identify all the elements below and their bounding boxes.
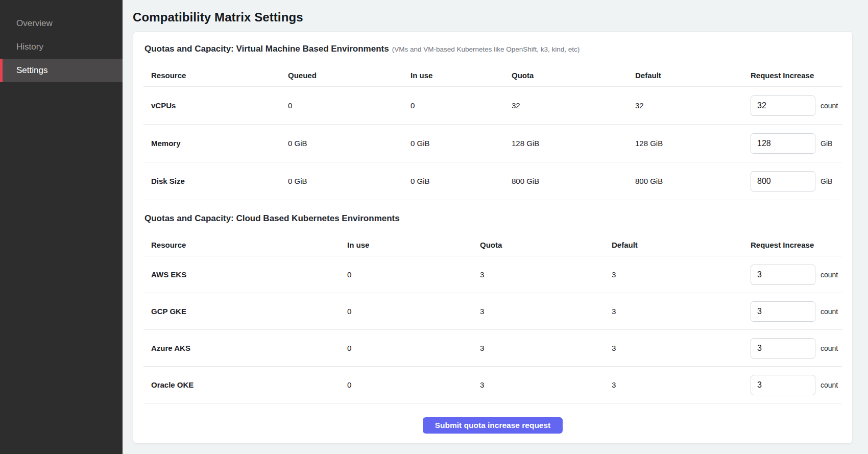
col-header-quota: Quota (480, 241, 612, 249)
request-increase-input-vcpus[interactable] (751, 95, 815, 116)
sidebar-item-overview[interactable]: Overview (0, 12, 123, 35)
table-row-disk-size: Disk Size 0 GiB 0 GiB 800 GiB 800 GiB Gi… (143, 162, 842, 200)
queued-cell: 0 GiB (288, 177, 411, 185)
default-cell: 128 GiB (635, 139, 751, 148)
quota-cell: 3 (480, 380, 612, 389)
table-row-oracle-oke: Oracle OKE 0 3 3 count (143, 367, 842, 403)
col-header-queued: Queued (288, 71, 411, 80)
request-increase-input-azure-aks[interactable] (751, 338, 815, 359)
default-cell: 3 (612, 344, 751, 352)
col-header-default: Default (635, 71, 751, 80)
resource-cell: GCP GKE (151, 307, 347, 316)
vm-section-heading: Quotas and Capacity: Virtual Machine Bas… (143, 44, 842, 54)
unit-label: GiB (821, 177, 832, 185)
submit-row: Submit quota increase request (143, 417, 842, 434)
vm-table-header: Resource Queued In use Quota Default Req… (143, 64, 842, 87)
quota-cell: 3 (480, 270, 612, 279)
in-use-cell: 0 (347, 270, 480, 279)
col-header-in-use: In use (347, 241, 480, 249)
unit-label: GiB (821, 139, 832, 148)
sidebar: Overview History Settings (0, 0, 123, 454)
resource-cell: vCPUs (151, 101, 288, 110)
sidebar-item-settings[interactable]: Settings (0, 59, 123, 82)
default-cell: 32 (635, 101, 751, 110)
default-cell: 3 (612, 380, 751, 389)
request-increase-cell: count (751, 375, 842, 395)
unit-label: count (821, 307, 838, 316)
table-row-vcpus: vCPUs 0 0 32 32 count (143, 87, 842, 125)
table-row-azure-aks: Azure AKS 0 3 3 count (143, 330, 842, 367)
unit-label: count (821, 102, 838, 110)
main-content: Compatibility Matrix Settings Quotas and… (123, 0, 868, 454)
col-header-in-use: In use (411, 71, 512, 80)
table-row-aws-eks: AWS EKS 0 3 3 count (143, 256, 842, 293)
in-use-cell: 0 (347, 344, 480, 352)
cloud-section-heading: Quotas and Capacity: Cloud Based Kuberne… (143, 213, 842, 224)
request-increase-cell: count (751, 95, 842, 116)
quota-cell: 32 (512, 101, 635, 110)
submit-quota-increase-button[interactable]: Submit quota increase request (423, 417, 563, 434)
in-use-cell: 0 GiB (411, 139, 512, 148)
default-cell: 800 GiB (635, 177, 751, 185)
col-header-request-increase: Request Increase (751, 71, 842, 80)
quota-cell: 128 GiB (512, 139, 635, 148)
queued-cell: 0 GiB (288, 139, 411, 148)
table-row-memory: Memory 0 GiB 0 GiB 128 GiB 128 GiB GiB (143, 125, 842, 162)
col-header-resource: Resource (151, 71, 288, 80)
quota-cell: 3 (480, 344, 612, 352)
request-increase-input-memory[interactable] (751, 133, 815, 154)
resource-cell: Oracle OKE (151, 380, 347, 389)
col-header-default: Default (612, 241, 751, 249)
col-header-request-increase: Request Increase (751, 241, 842, 249)
in-use-cell: 0 (347, 380, 480, 389)
col-header-resource: Resource (151, 241, 347, 249)
request-increase-input-gcp-gke[interactable] (751, 301, 815, 322)
request-increase-input-disk-size[interactable] (751, 171, 815, 192)
request-increase-input-aws-eks[interactable] (751, 265, 815, 285)
vm-section-title: Quotas and Capacity: Virtual Machine Bas… (144, 44, 389, 54)
in-use-cell: 0 (347, 307, 480, 316)
request-increase-input-oracle-oke[interactable] (751, 375, 815, 395)
in-use-cell: 0 (411, 101, 512, 110)
unit-label: count (821, 381, 838, 389)
cloud-table-header: Resource In use Quota Default Request In… (143, 234, 842, 256)
resource-cell: Disk Size (151, 177, 288, 185)
request-increase-cell: GiB (751, 171, 842, 192)
default-cell: 3 (612, 307, 751, 316)
resource-cell: Memory (151, 139, 288, 148)
quota-cell: 3 (480, 307, 612, 316)
in-use-cell: 0 GiB (411, 177, 512, 185)
page-title: Compatibility Matrix Settings (133, 10, 853, 25)
request-increase-cell: count (751, 265, 842, 285)
app-window: Overview History Settings Compatibility … (0, 0, 868, 454)
sidebar-item-history[interactable]: History (0, 35, 123, 59)
settings-card: Quotas and Capacity: Virtual Machine Bas… (133, 31, 853, 444)
cloud-quota-table: Resource In use Quota Default Request In… (143, 234, 842, 403)
request-increase-cell: GiB (751, 133, 842, 154)
resource-cell: AWS EKS (151, 270, 347, 279)
quota-cell: 800 GiB (512, 177, 635, 185)
vm-section-subtitle: (VMs and VM-based Kubernetes like OpenSh… (392, 45, 580, 53)
queued-cell: 0 (288, 101, 411, 110)
request-increase-cell: count (751, 338, 842, 359)
unit-label: count (821, 271, 838, 279)
table-row-gcp-gke: GCP GKE 0 3 3 count (143, 293, 842, 330)
default-cell: 3 (612, 270, 751, 279)
unit-label: count (821, 344, 838, 352)
col-header-quota: Quota (512, 71, 635, 80)
request-increase-cell: count (751, 301, 842, 322)
cloud-section-title: Quotas and Capacity: Cloud Based Kuberne… (144, 213, 400, 223)
vm-quota-table: Resource Queued In use Quota Default Req… (143, 64, 842, 200)
resource-cell: Azure AKS (151, 344, 347, 352)
